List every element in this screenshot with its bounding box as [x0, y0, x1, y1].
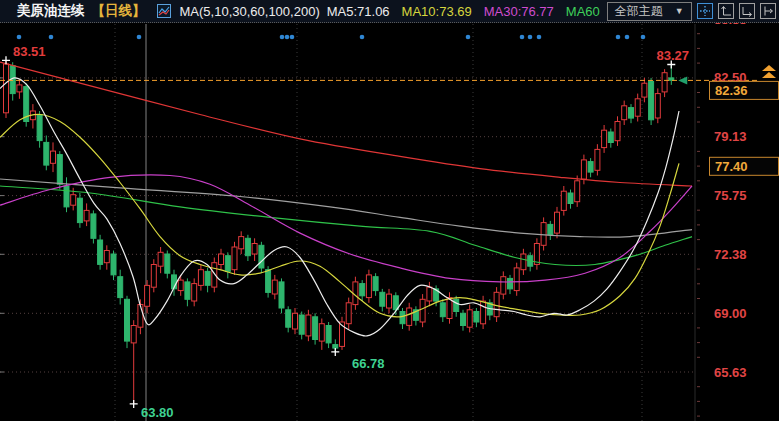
- candle-body: [313, 317, 318, 340]
- candle-body: [454, 299, 459, 311]
- alert-up-arrow: [762, 65, 776, 71]
- candle-body: [461, 313, 466, 325]
- candle-body: [501, 277, 506, 294]
- candle-body: [608, 132, 613, 143]
- candle-body: [400, 312, 405, 324]
- event-dot[interactable]: [49, 35, 54, 40]
- candle-body: [64, 186, 69, 207]
- event-dot[interactable]: [520, 35, 525, 40]
- candle-body: [71, 195, 76, 206]
- toolbar: 全部主题 ▼: [607, 2, 779, 21]
- candle-body: [185, 282, 190, 299]
- candle-body: [326, 326, 331, 343]
- swing-price-label: 83.51: [13, 44, 46, 59]
- theme-dropdown-label: 全部主题: [615, 3, 663, 20]
- candle-body: [622, 106, 627, 120]
- ma-values: MA5:71.06MA10:73.69MA30:76.77MA60: [327, 4, 600, 19]
- axis-price-box-label: 77.40: [715, 159, 748, 174]
- crosshair-button[interactable]: [697, 3, 713, 19]
- candle-body: [615, 122, 620, 141]
- candle-body: [440, 303, 445, 317]
- symbol-title: 美原油连续: [17, 2, 85, 20]
- event-dot[interactable]: [641, 35, 646, 40]
- axis-price-box-label: 82.36: [715, 83, 748, 98]
- event-dot[interactable]: [285, 35, 290, 40]
- candle-body: [548, 224, 553, 235]
- candle-body: [232, 247, 237, 270]
- candle-body: [595, 149, 600, 170]
- event-dot[interactable]: [290, 35, 295, 40]
- x-axis-scale-button[interactable]: [739, 3, 755, 19]
- candle-body: [508, 278, 513, 289]
- candle-body: [561, 191, 566, 210]
- event-dot[interactable]: [616, 35, 621, 40]
- event-dot[interactable]: [360, 35, 365, 40]
- ma-line-ma5: [0, 78, 679, 336]
- line-chart-icon[interactable]: [157, 4, 171, 18]
- ma-formula-label: MA(5,10,30,60,100,200): [180, 4, 320, 19]
- crosshair-icon: [699, 5, 711, 17]
- candle-body: [205, 271, 210, 285]
- candle-body: [178, 280, 183, 291]
- axis-price-label: 72.38: [714, 247, 747, 262]
- candle-body: [212, 263, 217, 287]
- ma-line-ma30: [0, 175, 692, 282]
- candle-body: [427, 287, 432, 301]
- candle-body: [306, 315, 311, 336]
- y-axis-scale-button[interactable]: [718, 3, 734, 19]
- candle-body: [98, 240, 103, 264]
- candle-body: [649, 81, 654, 119]
- candle-body: [333, 345, 338, 349]
- candle-body: [387, 294, 392, 308]
- candle-body: [293, 313, 298, 329]
- event-dot[interactable]: [17, 35, 22, 40]
- candle-body: [420, 299, 425, 322]
- candle-body: [239, 237, 244, 249]
- event-dot[interactable]: [280, 35, 285, 40]
- candle-body: [346, 303, 351, 324]
- candle-body: [57, 155, 62, 185]
- ma-value: MA30:76.77: [484, 4, 554, 19]
- candle-body: [17, 85, 22, 92]
- ma-value: MA60: [566, 4, 600, 19]
- candle-body: [575, 181, 580, 202]
- ma-value: MA10:73.69: [402, 4, 472, 19]
- candle-body: [4, 64, 9, 113]
- candle-body: [380, 292, 385, 306]
- candle-body: [467, 310, 472, 327]
- event-dot[interactable]: [466, 35, 471, 40]
- candle-body: [266, 270, 271, 293]
- theme-dropdown[interactable]: 全部主题 ▼: [607, 2, 692, 21]
- ma-value: MA5:71.06: [327, 4, 390, 19]
- candle-body: [555, 212, 560, 233]
- axis-price-label: 65.63: [714, 365, 747, 380]
- candle-body: [366, 275, 371, 298]
- axis-price-label: 75.75: [714, 188, 747, 203]
- axis-price-label: 79.13: [714, 129, 747, 144]
- candle-body: [111, 254, 116, 275]
- event-dot[interactable]: [528, 35, 533, 40]
- candle-body: [145, 285, 150, 306]
- candle-body: [118, 277, 123, 298]
- candlestick-chart[interactable]: 83.5163.8066.7883.2785.8882.5079.1375.75…: [0, 0, 779, 421]
- event-dot[interactable]: [625, 35, 630, 40]
- swing-price-label: 83.27: [656, 48, 689, 63]
- shift-right-button[interactable]: [760, 3, 776, 19]
- candle-body: [581, 160, 586, 179]
- candle-body: [319, 324, 324, 341]
- axis-price-label: 69.00: [714, 306, 747, 321]
- candle-body: [151, 265, 156, 288]
- candle-body: [165, 254, 170, 273]
- candle-body: [514, 268, 519, 291]
- candle-body: [219, 254, 224, 265]
- candle-body: [474, 312, 479, 323]
- candle-body: [541, 223, 546, 246]
- candle-body: [91, 214, 96, 238]
- ma-line-ma100: [0, 179, 692, 237]
- event-dot[interactable]: [537, 35, 542, 40]
- latest-price-pointer: [678, 76, 687, 84]
- event-dot[interactable]: [137, 35, 142, 40]
- candle-body: [635, 99, 640, 116]
- candle-body: [588, 162, 593, 173]
- candle-body: [629, 108, 634, 119]
